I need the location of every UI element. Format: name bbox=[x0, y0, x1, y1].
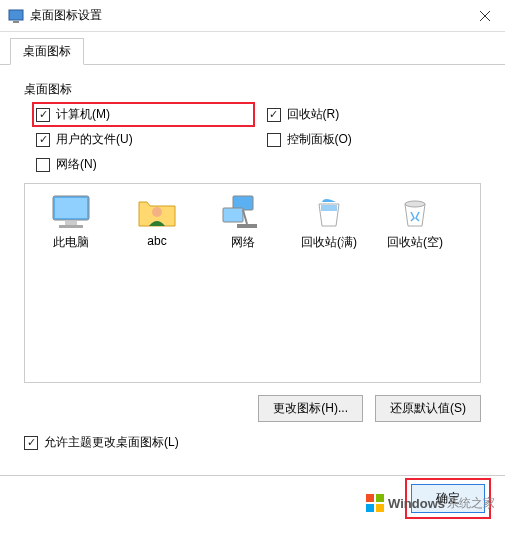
restore-default-button[interactable]: 还原默认值(S) bbox=[375, 395, 481, 422]
icon-label: 回收站(满) bbox=[301, 234, 357, 251]
svg-point-8 bbox=[152, 207, 162, 217]
folder-user-icon bbox=[135, 194, 179, 230]
ok-button[interactable]: 确定 bbox=[411, 484, 485, 513]
icon-network[interactable]: 网络 bbox=[209, 194, 277, 251]
checkbox-computer[interactable]: 计算机(M) bbox=[32, 102, 255, 127]
svg-rect-0 bbox=[9, 10, 23, 20]
checkbox-grid: 计算机(M) 回收站(R) 用户的文件(U) 控制面板(O) 网络(N) bbox=[36, 106, 481, 173]
checkbox-label: 允许主题更改桌面图标(L) bbox=[44, 434, 179, 451]
checkbox-label: 计算机(M) bbox=[56, 106, 110, 123]
app-icon bbox=[8, 8, 24, 24]
checkbox-allow-theme[interactable]: 允许主题更改桌面图标(L) bbox=[24, 434, 481, 451]
checkbox-icon bbox=[36, 158, 50, 172]
icon-label: abc bbox=[147, 234, 166, 248]
icon-buttons-row: 更改图标(H)... 还原默认值(S) bbox=[24, 395, 481, 422]
close-button[interactable] bbox=[465, 0, 505, 32]
checkbox-icon bbox=[267, 133, 281, 147]
window-title: 桌面图标设置 bbox=[30, 7, 465, 24]
icon-label: 此电脑 bbox=[53, 234, 89, 251]
svg-line-12 bbox=[243, 210, 247, 224]
svg-rect-15 bbox=[366, 494, 374, 502]
icon-label: 网络 bbox=[231, 234, 255, 251]
svg-rect-6 bbox=[65, 221, 77, 225]
close-icon bbox=[480, 11, 490, 21]
checkbox-userfiles[interactable]: 用户的文件(U) bbox=[36, 131, 251, 148]
icon-this-pc[interactable]: 此电脑 bbox=[37, 194, 105, 251]
checkbox-network[interactable]: 网络(N) bbox=[36, 156, 251, 173]
windows-logo-icon bbox=[366, 494, 384, 512]
recycle-empty-icon bbox=[393, 194, 437, 230]
icon-label: 回收站(空) bbox=[387, 234, 443, 251]
monitor-icon bbox=[49, 194, 93, 230]
checkbox-icon bbox=[36, 133, 50, 147]
icon-preview-box: 此电脑 abc 网络 bbox=[24, 183, 481, 383]
checkbox-icon bbox=[24, 436, 38, 450]
checkbox-control-panel[interactable]: 控制面板(O) bbox=[267, 131, 482, 148]
group-label: 桌面图标 bbox=[24, 81, 481, 98]
checkbox-recycle[interactable]: 回收站(R) bbox=[267, 106, 482, 123]
recycle-full-icon bbox=[307, 194, 351, 230]
change-icon-button[interactable]: 更改图标(H)... bbox=[258, 395, 363, 422]
svg-rect-7 bbox=[59, 225, 83, 228]
network-icon bbox=[221, 194, 265, 230]
svg-rect-17 bbox=[366, 504, 374, 512]
icon-recycle-empty[interactable]: 回收站(空) bbox=[381, 194, 449, 251]
checkbox-label: 回收站(R) bbox=[287, 106, 340, 123]
tab-desktop-icons[interactable]: 桌面图标 bbox=[10, 38, 84, 65]
svg-rect-11 bbox=[237, 224, 257, 228]
checkbox-label: 控制面板(O) bbox=[287, 131, 352, 148]
panel: 桌面图标 计算机(M) 回收站(R) 用户的文件(U) 控制面板(O) 网络(N… bbox=[0, 65, 505, 475]
tab-row: 桌面图标 bbox=[0, 32, 505, 65]
svg-rect-13 bbox=[321, 205, 337, 211]
svg-rect-16 bbox=[376, 494, 384, 502]
icon-recycle-full[interactable]: 回收站(满) bbox=[295, 194, 363, 251]
dialog-bottom-bar: Windows 系统之家 确定 bbox=[0, 475, 505, 521]
svg-rect-1 bbox=[13, 21, 19, 23]
checkbox-label: 用户的文件(U) bbox=[56, 131, 133, 148]
checkbox-icon bbox=[36, 108, 50, 122]
svg-rect-5 bbox=[55, 198, 87, 218]
icon-row: 此电脑 abc 网络 bbox=[37, 194, 468, 251]
svg-point-14 bbox=[405, 201, 425, 207]
ok-highlight: 确定 bbox=[405, 478, 491, 519]
checkbox-label: 网络(N) bbox=[56, 156, 97, 173]
svg-rect-10 bbox=[223, 208, 243, 222]
svg-rect-18 bbox=[376, 504, 384, 512]
titlebar: 桌面图标设置 bbox=[0, 0, 505, 32]
icon-user-folder[interactable]: abc bbox=[123, 194, 191, 251]
checkbox-icon bbox=[267, 108, 281, 122]
